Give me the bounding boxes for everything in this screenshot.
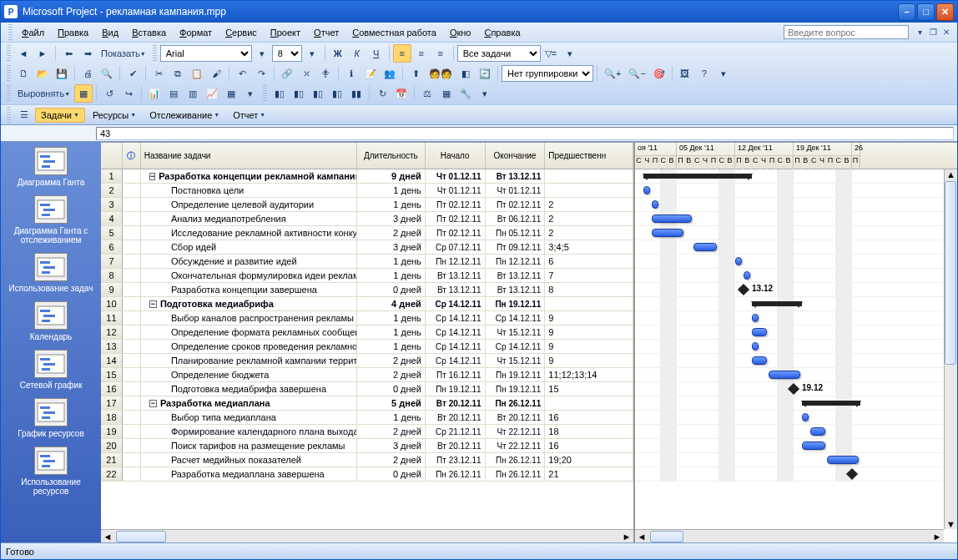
- cell-start[interactable]: Ср 14.12.11: [426, 340, 486, 353]
- cell-task-name[interactable]: Выбор типа медиаплана: [141, 411, 357, 424]
- sidebar-item-4[interactable]: Сетевой график: [1, 350, 101, 390]
- cell-end[interactable]: Вт 20.12.11: [486, 411, 546, 424]
- cell-task-name[interactable]: −Разработка концепции рекламной кампании: [141, 169, 357, 183]
- view-list-icon[interactable]: ☰: [15, 106, 33, 124]
- menu-Сервис[interactable]: Сервис: [219, 25, 264, 40]
- cell-info[interactable]: [123, 340, 141, 353]
- cell-task-name[interactable]: Окончательная формулировка идеи рекламно: [141, 269, 357, 282]
- grid-header-info[interactable]: ⓘ: [123, 143, 141, 169]
- reschedule-icon[interactable]: 📅: [392, 84, 411, 103]
- gantt-vscrollbar[interactable]: ▲ ▼: [944, 169, 957, 529]
- cell-info[interactable]: [123, 311, 141, 325]
- cell-end[interactable]: Пн 05.12.11: [486, 226, 546, 240]
- toolbar-overflow-1[interactable]: ▾: [561, 44, 579, 63]
- cell-predecessors[interactable]: 11;12;13;14: [545, 368, 633, 381]
- restore-window-icon[interactable]: ❐: [927, 27, 939, 38]
- cell-task-name[interactable]: Сбор идей: [141, 240, 357, 254]
- cell-task-name[interactable]: Планирование рекламной кампании территор: [141, 354, 357, 367]
- task-bar[interactable]: [827, 456, 859, 464]
- menu-Справка[interactable]: Справка: [477, 25, 527, 40]
- cell-info[interactable]: [123, 453, 141, 467]
- grid-header-duration[interactable]: Длительность: [357, 143, 426, 169]
- cell-predecessors[interactable]: 16: [545, 411, 633, 424]
- sidebar-item-5[interactable]: График ресурсов: [1, 398, 101, 438]
- cell-start[interactable]: Вт 13.12.11: [426, 283, 486, 296]
- task-bar[interactable]: [693, 243, 717, 251]
- cell-input[interactable]: [96, 127, 954, 140]
- summary-bar[interactable]: [643, 174, 752, 179]
- unlink-icon[interactable]: ⤫: [297, 64, 315, 83]
- tracking-toolbar-icon[interactable]: 🔧: [456, 84, 475, 103]
- track-100-icon[interactable]: ▮▮: [347, 84, 366, 103]
- task-bar[interactable]: [802, 413, 809, 421]
- cell-duration[interactable]: 2 дней: [357, 368, 426, 381]
- spellcheck-icon[interactable]: ✔: [124, 64, 142, 83]
- row-number[interactable]: 2: [101, 184, 123, 197]
- cell-end[interactable]: Пт 09.12.11: [486, 240, 546, 254]
- cell-task-name[interactable]: Определение целевой аудитории: [141, 198, 357, 211]
- menu-Совместная работа[interactable]: Совместная работа: [345, 25, 443, 40]
- table-row[interactable]: 2Постановка цели1 деньЧт 01.12.11Чт 01.1…: [101, 184, 633, 198]
- grid-header-name[interactable]: Название задачи: [141, 143, 357, 169]
- split-task-icon[interactable]: ⸎: [316, 64, 335, 83]
- maximize-button[interactable]: □: [917, 3, 935, 21]
- task-bar[interactable]: [744, 271, 750, 280]
- cell-info[interactable]: [123, 354, 141, 367]
- cell-info[interactable]: [123, 169, 141, 183]
- cell-info[interactable]: [123, 467, 141, 481]
- table-row[interactable]: 7Обсуждение и развитие идей1 деньПн 12.1…: [101, 255, 633, 269]
- row-number[interactable]: 20: [101, 439, 123, 452]
- task-bar[interactable]: [652, 214, 692, 223]
- cell-end[interactable]: Чт 01.12.11: [486, 184, 546, 197]
- row-number[interactable]: 22: [101, 467, 123, 481]
- toolbar-overflow-3b[interactable]: ▾: [476, 84, 494, 103]
- task-bar[interactable]: [752, 356, 767, 365]
- gantt-hscrollbar[interactable]: ◄ ►: [635, 529, 944, 542]
- cell-end[interactable]: Вт 06.12.11: [486, 212, 546, 225]
- cell-duration[interactable]: 1 день: [357, 311, 426, 325]
- font-size-dropdown-icon[interactable]: ▾: [303, 44, 321, 63]
- table-row[interactable]: 10−Подготовка медиабрифа4 днейСр 14.12.1…: [101, 297, 633, 311]
- cell-task-name[interactable]: Определение бюджета: [141, 368, 357, 381]
- cell-end[interactable]: Вт 13.12.11: [486, 269, 546, 282]
- row-number[interactable]: 16: [101, 382, 123, 396]
- cell-duration[interactable]: 9 дней: [357, 169, 426, 183]
- row-number[interactable]: 19: [101, 425, 123, 438]
- row-number[interactable]: 21: [101, 453, 123, 467]
- cell-start[interactable]: Пт 16.12.11: [426, 368, 486, 381]
- new-icon[interactable]: 🗋: [14, 64, 33, 83]
- cell-predecessors[interactable]: 16: [545, 439, 633, 452]
- cell-info[interactable]: [123, 411, 141, 424]
- cell-info[interactable]: [123, 184, 141, 197]
- row-number[interactable]: 9: [101, 283, 123, 296]
- row-number[interactable]: 18: [101, 411, 123, 424]
- grid-header-start[interactable]: Начало: [426, 143, 486, 169]
- cell-predecessors[interactable]: [545, 297, 633, 310]
- cell-predecessors[interactable]: 7: [545, 269, 633, 282]
- table-row[interactable]: 9Разработка концепции завершена0 днейВт …: [101, 283, 633, 297]
- sidebar-item-6[interactable]: Использование ресурсов: [1, 446, 101, 496]
- cell-task-name[interactable]: Подготовка медиабрифа завершена: [141, 382, 357, 396]
- cell-predecessors[interactable]: 19;20: [545, 453, 633, 467]
- task-bar[interactable]: [652, 200, 658, 209]
- cell-info[interactable]: [123, 240, 141, 254]
- cell-predecessors[interactable]: 2: [545, 212, 633, 225]
- cell-duration[interactable]: 1 день: [357, 269, 426, 282]
- summary-bar[interactable]: [802, 401, 860, 406]
- cell-duration[interactable]: 3 дней: [357, 240, 426, 254]
- cell-end[interactable]: Вт 13.12.11: [486, 169, 546, 183]
- font-size-select[interactable]: 8: [272, 45, 302, 62]
- cell-start[interactable]: Пн 12.12.11: [426, 255, 486, 268]
- goto-task-icon[interactable]: 🎯: [650, 64, 668, 83]
- task-filter-select[interactable]: Все задачи: [457, 45, 541, 62]
- zoom-in-icon[interactable]: 🔍+: [601, 64, 624, 83]
- view-tab-resources[interactable]: Ресурсы▼: [87, 108, 142, 123]
- cell-predecessors[interactable]: 2: [545, 198, 633, 211]
- cell-predecessors[interactable]: 3;4;5: [545, 240, 633, 254]
- copy-icon[interactable]: ⧉: [169, 64, 187, 83]
- cell-start[interactable]: Пт 02.12.11: [426, 212, 486, 225]
- align-center-button[interactable]: ≡: [412, 44, 431, 63]
- cell-info[interactable]: [123, 283, 141, 296]
- underline-button[interactable]: Ч: [367, 44, 386, 63]
- cell-start[interactable]: Вт 13.12.11: [426, 269, 486, 282]
